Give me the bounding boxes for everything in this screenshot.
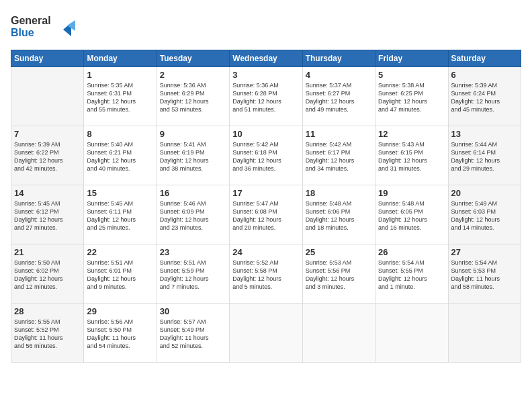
cell-info: Sunrise: 5:48 AM Sunset: 6:05 PM Dayligh… bbox=[378, 199, 445, 232]
day-number: 7 bbox=[14, 129, 81, 139]
week-row-4: 21Sunrise: 5:50 AM Sunset: 6:02 PM Dayli… bbox=[11, 244, 521, 304]
day-number: 10 bbox=[232, 129, 299, 139]
cell-info: Sunrise: 5:39 AM Sunset: 6:24 PM Dayligh… bbox=[451, 81, 518, 114]
cell-info: Sunrise: 5:37 AM Sunset: 6:27 PM Dayligh… bbox=[306, 81, 372, 114]
page: General Blue SundayMondayTuesdayWednesda… bbox=[0, 0, 532, 411]
cell-info: Sunrise: 5:43 AM Sunset: 6:15 PM Dayligh… bbox=[378, 140, 445, 173]
calendar-cell: 12Sunrise: 5:43 AM Sunset: 6:15 PM Dayli… bbox=[375, 126, 448, 185]
week-row-1: 1Sunrise: 5:35 AM Sunset: 6:31 PM Daylig… bbox=[11, 67, 521, 126]
calendar-cell: 4Sunrise: 5:37 AM Sunset: 6:27 PM Daylig… bbox=[302, 67, 375, 126]
svg-text:General: General bbox=[11, 15, 51, 26]
header: General Blue bbox=[11, 11, 521, 43]
logo-text: General Blue bbox=[11, 11, 85, 43]
day-number: 8 bbox=[87, 129, 153, 139]
calendar-cell bbox=[448, 304, 521, 363]
cell-info: Sunrise: 5:40 AM Sunset: 6:21 PM Dayligh… bbox=[87, 140, 153, 173]
cell-info: Sunrise: 5:47 AM Sunset: 6:08 PM Dayligh… bbox=[232, 199, 299, 232]
weekday-header-wednesday: Wednesday bbox=[230, 50, 302, 67]
cell-info: Sunrise: 5:44 AM Sunset: 6:14 PM Dayligh… bbox=[451, 140, 518, 173]
day-number: 4 bbox=[306, 70, 372, 80]
day-number: 24 bbox=[232, 247, 299, 257]
calendar-cell bbox=[375, 304, 448, 363]
calendar-cell: 18Sunrise: 5:48 AM Sunset: 6:06 PM Dayli… bbox=[302, 185, 375, 244]
calendar-cell: 11Sunrise: 5:42 AM Sunset: 6:17 PM Dayli… bbox=[302, 126, 375, 185]
day-number: 25 bbox=[306, 247, 372, 257]
logo: General Blue bbox=[11, 11, 85, 43]
calendar-cell: 24Sunrise: 5:52 AM Sunset: 5:58 PM Dayli… bbox=[230, 244, 302, 304]
cell-info: Sunrise: 5:41 AM Sunset: 6:19 PM Dayligh… bbox=[160, 140, 226, 173]
weekday-header-row: SundayMondayTuesdayWednesdayThursdayFrid… bbox=[11, 50, 521, 67]
calendar-cell bbox=[11, 67, 84, 126]
calendar-cell: 19Sunrise: 5:48 AM Sunset: 6:05 PM Dayli… bbox=[375, 185, 448, 244]
cell-info: Sunrise: 5:45 AM Sunset: 6:12 PM Dayligh… bbox=[14, 199, 81, 232]
calendar-cell: 8Sunrise: 5:40 AM Sunset: 6:21 PM Daylig… bbox=[84, 126, 157, 185]
calendar-cell: 30Sunrise: 5:57 AM Sunset: 5:49 PM Dayli… bbox=[157, 304, 229, 363]
day-number: 11 bbox=[306, 129, 372, 139]
calendar-cell: 26Sunrise: 5:54 AM Sunset: 5:55 PM Dayli… bbox=[375, 244, 448, 304]
cell-info: Sunrise: 5:52 AM Sunset: 5:58 PM Dayligh… bbox=[232, 259, 299, 291]
calendar-cell: 9Sunrise: 5:41 AM Sunset: 6:19 PM Daylig… bbox=[157, 126, 229, 185]
calendar-cell: 16Sunrise: 5:46 AM Sunset: 6:09 PM Dayli… bbox=[157, 185, 229, 244]
weekday-header-sunday: Sunday bbox=[11, 50, 84, 67]
cell-info: Sunrise: 5:35 AM Sunset: 6:31 PM Dayligh… bbox=[87, 81, 153, 114]
cell-info: Sunrise: 5:51 AM Sunset: 5:59 PM Dayligh… bbox=[160, 259, 226, 291]
cell-info: Sunrise: 5:36 AM Sunset: 6:28 PM Dayligh… bbox=[232, 81, 299, 114]
cell-info: Sunrise: 5:50 AM Sunset: 6:02 PM Dayligh… bbox=[14, 259, 81, 291]
day-number: 5 bbox=[378, 70, 445, 80]
day-number: 18 bbox=[306, 188, 372, 198]
cell-info: Sunrise: 5:48 AM Sunset: 6:06 PM Dayligh… bbox=[306, 199, 372, 232]
cell-info: Sunrise: 5:54 AM Sunset: 5:53 PM Dayligh… bbox=[451, 259, 518, 291]
calendar-cell: 14Sunrise: 5:45 AM Sunset: 6:12 PM Dayli… bbox=[11, 185, 84, 244]
week-row-3: 14Sunrise: 5:45 AM Sunset: 6:12 PM Dayli… bbox=[11, 185, 521, 244]
day-number: 12 bbox=[378, 129, 445, 139]
calendar-cell bbox=[302, 304, 375, 363]
calendar-cell: 20Sunrise: 5:49 AM Sunset: 6:03 PM Dayli… bbox=[448, 185, 521, 244]
calendar-cell: 25Sunrise: 5:53 AM Sunset: 5:56 PM Dayli… bbox=[302, 244, 375, 304]
cell-info: Sunrise: 5:36 AM Sunset: 6:29 PM Dayligh… bbox=[160, 81, 226, 114]
calendar-cell: 3Sunrise: 5:36 AM Sunset: 6:28 PM Daylig… bbox=[230, 67, 302, 126]
calendar-cell: 23Sunrise: 5:51 AM Sunset: 5:59 PM Dayli… bbox=[157, 244, 229, 304]
cell-info: Sunrise: 5:57 AM Sunset: 5:49 PM Dayligh… bbox=[160, 318, 226, 351]
calendar-cell: 29Sunrise: 5:56 AM Sunset: 5:50 PM Dayli… bbox=[84, 304, 157, 363]
week-row-2: 7Sunrise: 5:39 AM Sunset: 6:22 PM Daylig… bbox=[11, 126, 521, 185]
weekday-header-friday: Friday bbox=[375, 50, 448, 67]
day-number: 23 bbox=[160, 247, 226, 257]
day-number: 22 bbox=[87, 247, 153, 257]
calendar-cell: 27Sunrise: 5:54 AM Sunset: 5:53 PM Dayli… bbox=[448, 244, 521, 304]
day-number: 30 bbox=[160, 306, 226, 316]
day-number: 6 bbox=[451, 70, 518, 80]
day-number: 21 bbox=[14, 247, 81, 257]
cell-info: Sunrise: 5:42 AM Sunset: 6:18 PM Dayligh… bbox=[232, 140, 299, 173]
cell-info: Sunrise: 5:42 AM Sunset: 6:17 PM Dayligh… bbox=[306, 140, 372, 173]
week-row-5: 28Sunrise: 5:55 AM Sunset: 5:52 PM Dayli… bbox=[11, 304, 521, 363]
day-number: 16 bbox=[160, 188, 226, 198]
calendar-cell: 10Sunrise: 5:42 AM Sunset: 6:18 PM Dayli… bbox=[230, 126, 302, 185]
weekday-header-thursday: Thursday bbox=[302, 50, 375, 67]
day-number: 27 bbox=[451, 247, 518, 257]
day-number: 13 bbox=[451, 129, 518, 139]
weekday-header-monday: Monday bbox=[84, 50, 157, 67]
cell-info: Sunrise: 5:39 AM Sunset: 6:22 PM Dayligh… bbox=[14, 140, 81, 173]
calendar-cell: 7Sunrise: 5:39 AM Sunset: 6:22 PM Daylig… bbox=[11, 126, 84, 185]
day-number: 2 bbox=[160, 70, 226, 80]
calendar-cell: 1Sunrise: 5:35 AM Sunset: 6:31 PM Daylig… bbox=[84, 67, 157, 126]
day-number: 15 bbox=[87, 188, 153, 198]
day-number: 1 bbox=[87, 70, 153, 80]
calendar-cell bbox=[230, 304, 302, 363]
calendar-cell: 28Sunrise: 5:55 AM Sunset: 5:52 PM Dayli… bbox=[11, 304, 84, 363]
day-number: 28 bbox=[14, 306, 81, 316]
cell-info: Sunrise: 5:55 AM Sunset: 5:52 PM Dayligh… bbox=[14, 318, 81, 351]
calendar-table: SundayMondayTuesdayWednesdayThursdayFrid… bbox=[11, 50, 521, 363]
calendar-cell: 22Sunrise: 5:51 AM Sunset: 6:01 PM Dayli… bbox=[84, 244, 157, 304]
cell-info: Sunrise: 5:54 AM Sunset: 5:55 PM Dayligh… bbox=[378, 259, 445, 291]
day-number: 20 bbox=[451, 188, 518, 198]
cell-info: Sunrise: 5:45 AM Sunset: 6:11 PM Dayligh… bbox=[87, 199, 153, 232]
day-number: 14 bbox=[14, 188, 81, 198]
cell-info: Sunrise: 5:49 AM Sunset: 6:03 PM Dayligh… bbox=[451, 199, 518, 232]
calendar-cell: 5Sunrise: 5:38 AM Sunset: 6:25 PM Daylig… bbox=[375, 67, 448, 126]
weekday-header-saturday: Saturday bbox=[448, 50, 521, 67]
cell-info: Sunrise: 5:51 AM Sunset: 6:01 PM Dayligh… bbox=[87, 259, 153, 291]
weekday-header-tuesday: Tuesday bbox=[157, 50, 229, 67]
calendar-cell: 6Sunrise: 5:39 AM Sunset: 6:24 PM Daylig… bbox=[448, 67, 521, 126]
day-number: 19 bbox=[378, 188, 445, 198]
